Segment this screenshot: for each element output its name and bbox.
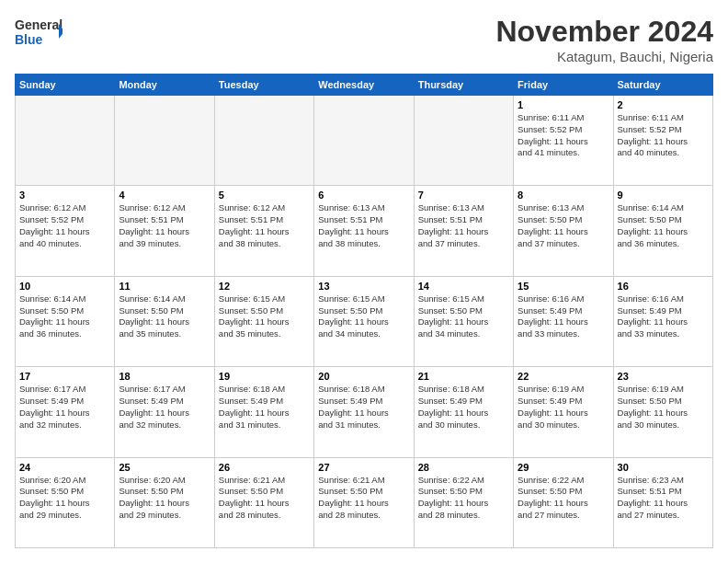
day-number: 14 bbox=[418, 281, 509, 292]
day-number: 19 bbox=[219, 371, 310, 382]
calendar-cell: 22Sunrise: 6:19 AM Sunset: 5:49 PM Dayli… bbox=[514, 367, 613, 457]
day-number: 6 bbox=[318, 190, 409, 201]
logo-svg: General Blue bbox=[15, 15, 63, 48]
calendar-cell: 21Sunrise: 6:18 AM Sunset: 5:49 PM Dayli… bbox=[414, 367, 513, 457]
calendar-cell bbox=[115, 96, 214, 186]
day-info: Sunrise: 6:13 AM Sunset: 5:50 PM Dayligh… bbox=[518, 202, 609, 249]
day-info: Sunrise: 6:20 AM Sunset: 5:50 PM Dayligh… bbox=[19, 475, 110, 522]
day-info: Sunrise: 6:12 AM Sunset: 5:51 PM Dayligh… bbox=[219, 202, 310, 249]
day-info: Sunrise: 6:15 AM Sunset: 5:50 PM Dayligh… bbox=[219, 293, 310, 340]
calendar-cell: 15Sunrise: 6:16 AM Sunset: 5:49 PM Dayli… bbox=[514, 276, 613, 366]
day-number: 18 bbox=[119, 371, 210, 382]
day-number: 12 bbox=[219, 281, 310, 292]
day-info: Sunrise: 6:19 AM Sunset: 5:50 PM Dayligh… bbox=[618, 384, 709, 431]
calendar-cell: 3Sunrise: 6:12 AM Sunset: 5:52 PM Daylig… bbox=[16, 186, 115, 276]
day-info: Sunrise: 6:16 AM Sunset: 5:49 PM Dayligh… bbox=[518, 293, 609, 340]
day-info: Sunrise: 6:21 AM Sunset: 5:50 PM Dayligh… bbox=[318, 475, 409, 522]
calendar-cell: 11Sunrise: 6:14 AM Sunset: 5:50 PM Dayli… bbox=[115, 276, 214, 366]
day-number: 27 bbox=[318, 462, 409, 473]
title-block: November 2024 Katagum, Bauchi, Nigeria bbox=[495, 15, 713, 64]
calendar-cell: 18Sunrise: 6:17 AM Sunset: 5:49 PM Dayli… bbox=[115, 367, 214, 457]
calendar-cell bbox=[314, 96, 414, 186]
day-info: Sunrise: 6:14 AM Sunset: 5:50 PM Dayligh… bbox=[19, 293, 110, 340]
svg-text:Blue: Blue bbox=[15, 32, 43, 47]
calendar-cell: 16Sunrise: 6:16 AM Sunset: 5:49 PM Dayli… bbox=[613, 276, 712, 366]
day-info: Sunrise: 6:18 AM Sunset: 5:49 PM Dayligh… bbox=[219, 384, 310, 431]
calendar-header-row: SundayMondayTuesdayWednesdayThursdayFrid… bbox=[16, 75, 713, 96]
calendar-cell: 26Sunrise: 6:21 AM Sunset: 5:50 PM Dayli… bbox=[214, 457, 313, 547]
main-title: November 2024 bbox=[495, 15, 713, 49]
day-header-tuesday: Tuesday bbox=[214, 75, 313, 96]
calendar-cell: 13Sunrise: 6:15 AM Sunset: 5:50 PM Dayli… bbox=[314, 276, 414, 366]
day-header-sunday: Sunday bbox=[16, 75, 115, 96]
day-number: 8 bbox=[518, 190, 609, 201]
day-header-thursday: Thursday bbox=[414, 75, 513, 96]
calendar-cell: 4Sunrise: 6:12 AM Sunset: 5:51 PM Daylig… bbox=[115, 186, 214, 276]
calendar-cell: 20Sunrise: 6:18 AM Sunset: 5:49 PM Dayli… bbox=[314, 367, 414, 457]
day-number: 21 bbox=[418, 371, 509, 382]
day-header-monday: Monday bbox=[115, 75, 214, 96]
calendar-cell: 28Sunrise: 6:22 AM Sunset: 5:50 PM Dayli… bbox=[414, 457, 513, 547]
day-header-wednesday: Wednesday bbox=[314, 75, 414, 96]
calendar-week-row: 24Sunrise: 6:20 AM Sunset: 5:50 PM Dayli… bbox=[16, 457, 713, 547]
day-number: 22 bbox=[518, 371, 609, 382]
day-header-saturday: Saturday bbox=[613, 75, 712, 96]
day-info: Sunrise: 6:17 AM Sunset: 5:49 PM Dayligh… bbox=[19, 384, 110, 431]
day-number: 7 bbox=[418, 190, 509, 201]
day-number: 11 bbox=[119, 281, 210, 292]
day-number: 25 bbox=[119, 462, 210, 473]
day-info: Sunrise: 6:20 AM Sunset: 5:50 PM Dayligh… bbox=[119, 475, 210, 522]
calendar-cell: 30Sunrise: 6:23 AM Sunset: 5:51 PM Dayli… bbox=[613, 457, 712, 547]
calendar-cell: 29Sunrise: 6:22 AM Sunset: 5:50 PM Dayli… bbox=[514, 457, 613, 547]
day-info: Sunrise: 6:22 AM Sunset: 5:50 PM Dayligh… bbox=[518, 475, 609, 522]
day-info: Sunrise: 6:18 AM Sunset: 5:49 PM Dayligh… bbox=[418, 384, 509, 431]
day-info: Sunrise: 6:17 AM Sunset: 5:49 PM Dayligh… bbox=[119, 384, 210, 431]
day-number: 16 bbox=[618, 281, 709, 292]
day-info: Sunrise: 6:22 AM Sunset: 5:50 PM Dayligh… bbox=[418, 475, 509, 522]
subtitle: Katagum, Bauchi, Nigeria bbox=[495, 49, 713, 64]
day-info: Sunrise: 6:23 AM Sunset: 5:51 PM Dayligh… bbox=[618, 475, 709, 522]
day-number: 5 bbox=[219, 190, 310, 201]
calendar-cell: 24Sunrise: 6:20 AM Sunset: 5:50 PM Dayli… bbox=[16, 457, 115, 547]
logo: General Blue bbox=[15, 15, 63, 48]
day-info: Sunrise: 6:21 AM Sunset: 5:50 PM Dayligh… bbox=[219, 475, 310, 522]
calendar-cell bbox=[214, 96, 313, 186]
day-number: 9 bbox=[618, 190, 709, 201]
day-info: Sunrise: 6:12 AM Sunset: 5:52 PM Dayligh… bbox=[19, 202, 110, 249]
calendar-week-row: 10Sunrise: 6:14 AM Sunset: 5:50 PM Dayli… bbox=[16, 276, 713, 366]
calendar-cell bbox=[16, 96, 115, 186]
calendar-cell: 7Sunrise: 6:13 AM Sunset: 5:51 PM Daylig… bbox=[414, 186, 513, 276]
day-number: 1 bbox=[518, 99, 609, 110]
calendar-cell: 23Sunrise: 6:19 AM Sunset: 5:50 PM Dayli… bbox=[613, 367, 712, 457]
day-number: 20 bbox=[318, 371, 409, 382]
day-info: Sunrise: 6:11 AM Sunset: 5:52 PM Dayligh… bbox=[518, 112, 609, 159]
calendar-cell: 6Sunrise: 6:13 AM Sunset: 5:51 PM Daylig… bbox=[314, 186, 414, 276]
calendar-cell: 10Sunrise: 6:14 AM Sunset: 5:50 PM Dayli… bbox=[16, 276, 115, 366]
calendar-cell: 12Sunrise: 6:15 AM Sunset: 5:50 PM Dayli… bbox=[214, 276, 313, 366]
day-number: 3 bbox=[19, 190, 110, 201]
day-number: 24 bbox=[19, 462, 110, 473]
calendar-week-row: 3Sunrise: 6:12 AM Sunset: 5:52 PM Daylig… bbox=[16, 186, 713, 276]
calendar-cell: 9Sunrise: 6:14 AM Sunset: 5:50 PM Daylig… bbox=[613, 186, 712, 276]
header: General Blue November 2024 Katagum, Bauc… bbox=[15, 15, 713, 64]
day-info: Sunrise: 6:15 AM Sunset: 5:50 PM Dayligh… bbox=[318, 293, 409, 340]
day-info: Sunrise: 6:14 AM Sunset: 5:50 PM Dayligh… bbox=[618, 202, 709, 249]
page: General Blue November 2024 Katagum, Bauc… bbox=[0, 0, 728, 563]
day-info: Sunrise: 6:18 AM Sunset: 5:49 PM Dayligh… bbox=[318, 384, 409, 431]
day-header-friday: Friday bbox=[514, 75, 613, 96]
calendar-cell: 1Sunrise: 6:11 AM Sunset: 5:52 PM Daylig… bbox=[514, 96, 613, 186]
calendar-week-row: 17Sunrise: 6:17 AM Sunset: 5:49 PM Dayli… bbox=[16, 367, 713, 457]
day-info: Sunrise: 6:14 AM Sunset: 5:50 PM Dayligh… bbox=[119, 293, 210, 340]
calendar-cell: 27Sunrise: 6:21 AM Sunset: 5:50 PM Dayli… bbox=[314, 457, 414, 547]
day-info: Sunrise: 6:13 AM Sunset: 5:51 PM Dayligh… bbox=[318, 202, 409, 249]
day-number: 4 bbox=[119, 190, 210, 201]
calendar-cell: 25Sunrise: 6:20 AM Sunset: 5:50 PM Dayli… bbox=[115, 457, 214, 547]
day-number: 10 bbox=[19, 281, 110, 292]
calendar-cell: 5Sunrise: 6:12 AM Sunset: 5:51 PM Daylig… bbox=[214, 186, 313, 276]
day-info: Sunrise: 6:13 AM Sunset: 5:51 PM Dayligh… bbox=[418, 202, 509, 249]
day-number: 23 bbox=[618, 371, 709, 382]
day-number: 28 bbox=[418, 462, 509, 473]
day-number: 29 bbox=[518, 462, 609, 473]
day-info: Sunrise: 6:16 AM Sunset: 5:49 PM Dayligh… bbox=[618, 293, 709, 340]
calendar-cell: 14Sunrise: 6:15 AM Sunset: 5:50 PM Dayli… bbox=[414, 276, 513, 366]
